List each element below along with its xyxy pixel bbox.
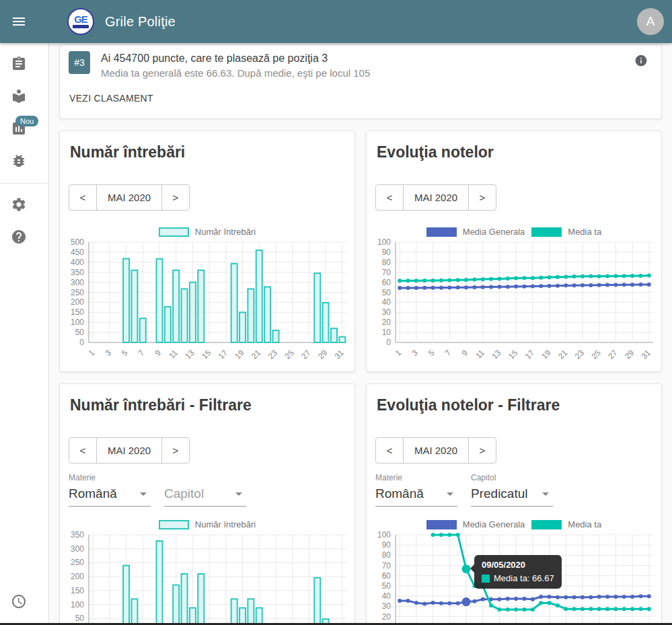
grades-chart-card: Evoluţia notelor < MAI 2020 > Media Gene…	[366, 131, 662, 372]
svg-text:30: 30	[382, 307, 391, 317]
app-logo: GE	[67, 8, 94, 35]
svg-text:90: 90	[382, 540, 391, 550]
prev-month-button[interactable]: <	[69, 185, 96, 210]
month-label[interactable]: MAI 2020	[96, 185, 162, 210]
svg-text:80: 80	[382, 258, 391, 267]
month-label[interactable]: MAI 2020	[403, 438, 469, 463]
svg-text:150: 150	[71, 586, 84, 595]
prev-month-button[interactable]: <	[376, 438, 403, 463]
rank-subline: Media ta generală este 66.63. După medie…	[101, 67, 370, 79]
questions-chart-card: Număr întrebări < MAI 2020 > Număr între…	[59, 131, 355, 372]
svg-text:11: 11	[167, 348, 180, 361]
menu-icon[interactable]	[11, 13, 27, 30]
next-month-button[interactable]: >	[469, 438, 496, 463]
svg-text:50: 50	[382, 288, 391, 297]
svg-text:9: 9	[460, 348, 470, 358]
new-feature-badge: Nou	[15, 116, 38, 126]
svg-text:40: 40	[382, 591, 391, 601]
card-title: Număr întrebări	[70, 143, 344, 161]
svg-text:19: 19	[233, 348, 246, 361]
svg-text:300: 300	[71, 278, 84, 287]
sidebar-item-help[interactable]	[0, 222, 38, 254]
month-navigator: < MAI 2020 >	[69, 437, 190, 464]
capitol-select[interactable]: Capitol Predicatul	[471, 473, 553, 507]
svg-text:60: 60	[382, 571, 391, 581]
svg-text:100: 100	[71, 600, 84, 610]
prev-month-button[interactable]: <	[69, 438, 96, 463]
svg-text:1: 1	[394, 348, 404, 358]
chart-tooltip: 09/05/2020 Media ta: 66.67	[474, 555, 562, 589]
svg-text:150: 150	[71, 307, 84, 317]
svg-text:100: 100	[71, 318, 84, 327]
app-title: Grile Poliţie	[105, 14, 176, 30]
svg-text:7: 7	[443, 348, 453, 358]
svg-text:13: 13	[183, 348, 196, 361]
rank-headline: Ai 454700 puncte, care te plasează pe po…	[101, 52, 370, 65]
svg-text:50: 50	[382, 581, 391, 591]
main-content: #3 Ai 454700 puncte, care te plasează pe…	[48, 43, 672, 625]
legend-swatch-questions	[159, 520, 189, 529]
legend-swatch-media-generala	[426, 520, 457, 529]
next-month-button[interactable]: >	[469, 185, 496, 210]
view-leaderboard-button[interactable]: VEZI CLASAMENT	[69, 93, 153, 104]
svg-text:25: 25	[283, 348, 296, 361]
svg-text:20: 20	[382, 318, 391, 327]
svg-text:200: 200	[71, 297, 84, 307]
svg-text:5: 5	[120, 348, 130, 358]
next-month-button[interactable]: >	[162, 438, 189, 463]
prev-month-button[interactable]: <	[376, 185, 403, 210]
svg-text:400: 400	[71, 258, 84, 267]
svg-text:80: 80	[382, 550, 391, 560]
svg-text:15: 15	[200, 348, 213, 361]
svg-text:0: 0	[79, 338, 84, 347]
rank-summary-card: #3 Ai 454700 puncte, care te plasează pe…	[59, 44, 662, 119]
svg-text:27: 27	[299, 348, 313, 361]
svg-text:3: 3	[103, 348, 113, 358]
sidebar-item-library[interactable]	[0, 81, 38, 114]
logo-band	[73, 25, 89, 28]
svg-text:9: 9	[153, 348, 163, 358]
chevron-down-icon	[542, 492, 549, 496]
clock-icon	[11, 593, 27, 612]
avatar[interactable]: A	[637, 8, 664, 35]
sidebar-item-tests[interactable]	[0, 49, 38, 81]
svg-text:31: 31	[640, 348, 653, 361]
chart-legend: Număr întrebări	[60, 227, 354, 237]
svg-text:350: 350	[71, 268, 84, 277]
svg-text:450: 450	[71, 248, 84, 257]
svg-text:50: 50	[75, 614, 85, 623]
library-icon	[11, 88, 27, 107]
svg-text:20: 20	[382, 612, 391, 622]
sidebar-item-bug-report[interactable]	[0, 146, 38, 178]
questions-filtered-chart-card: Număr întrebări - Filtrare < MAI 2020 > …	[59, 383, 355, 625]
chart-legend: Media Generala Media ta	[367, 519, 661, 529]
svg-text:500: 500	[71, 238, 84, 247]
materie-select[interactable]: Materie Română	[69, 473, 151, 507]
next-month-button[interactable]: >	[162, 185, 189, 210]
sidebar: Nou	[0, 43, 49, 625]
svg-text:1: 1	[87, 348, 97, 358]
help-icon	[11, 229, 27, 248]
materie-select[interactable]: Materie Română	[375, 473, 457, 507]
chevron-down-icon	[140, 492, 147, 496]
filters-row: Materie Română Capitol	[69, 473, 354, 507]
capitol-select[interactable]: Capitol	[164, 486, 246, 507]
tooltip-series-swatch	[482, 575, 490, 583]
svg-text:30: 30	[382, 601, 391, 611]
sidebar-item-history[interactable]	[0, 587, 38, 619]
info-icon[interactable]	[634, 54, 648, 69]
svg-text:0: 0	[386, 338, 391, 347]
svg-text:100: 100	[377, 238, 391, 247]
svg-text:7: 7	[137, 348, 147, 358]
svg-text:31: 31	[333, 348, 346, 361]
svg-text:25: 25	[589, 348, 603, 361]
gear-icon	[11, 196, 27, 215]
svg-text:17: 17	[217, 348, 230, 361]
legend-swatch-media-ta	[531, 520, 562, 529]
month-label[interactable]: MAI 2020	[96, 438, 162, 463]
month-label[interactable]: MAI 2020	[403, 185, 469, 210]
svg-text:90: 90	[382, 248, 391, 257]
sidebar-item-settings[interactable]	[0, 190, 38, 222]
questions-bar-chart: 0501001502002503003504004505001357911131…	[65, 238, 350, 372]
svg-text:19: 19	[539, 348, 553, 361]
